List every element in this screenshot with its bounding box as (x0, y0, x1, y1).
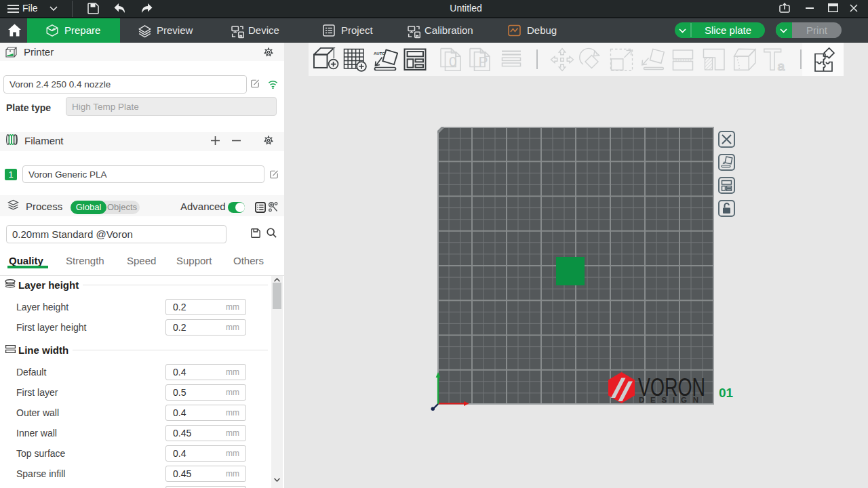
svg-text:0: 0 (449, 54, 457, 69)
svg-text:P: P (479, 54, 488, 69)
svg-text:AUTO: AUTO (374, 52, 385, 56)
svg-text:DESIGN: DESIGN (639, 396, 705, 404)
svg-text:a: a (778, 59, 785, 73)
